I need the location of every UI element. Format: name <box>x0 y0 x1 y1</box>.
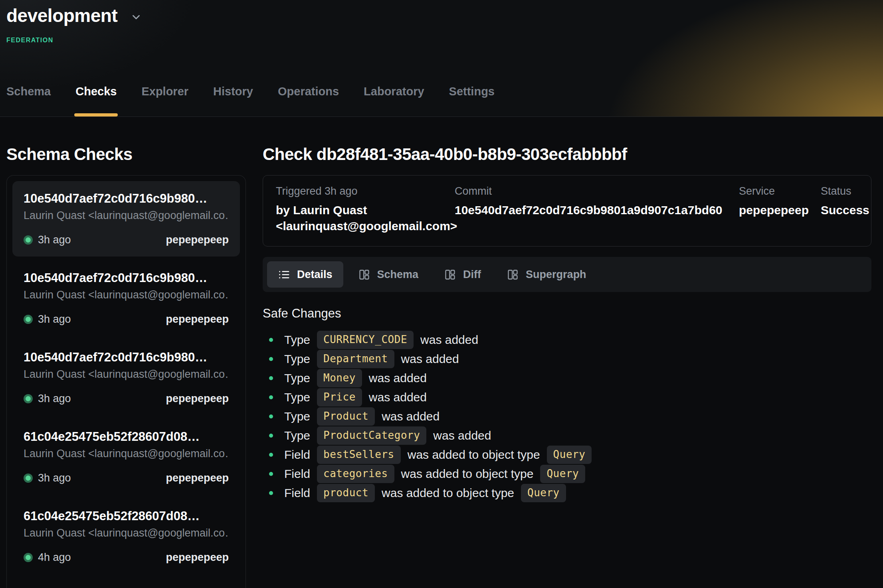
change-kind: Type <box>284 371 310 385</box>
check-time: 3h ago <box>38 313 71 326</box>
change-item: TypePricewas added <box>263 388 871 407</box>
change-kind: Type <box>284 333 310 347</box>
check-meta-row: 3h agopepepepeep <box>24 234 229 246</box>
check-meta-box: Triggered 3h ago by Laurin Quast <laurin… <box>263 175 871 247</box>
view-tabs: DetailsSchemaDiffSupergraph <box>263 257 871 292</box>
meta-status: Status Success <box>821 185 881 234</box>
check-time: 3h ago <box>38 393 71 405</box>
change-item: TypeProductCategorywas added <box>263 426 871 445</box>
change-description: was added to object type <box>408 448 540 462</box>
bullet-icon <box>269 357 273 361</box>
status-dot-icon <box>24 315 33 324</box>
check-hash: 61c04e25475eb52f28607d08… <box>24 509 229 523</box>
view-tab-label: Details <box>297 268 333 281</box>
view-tab-supergraph[interactable]: Supergraph <box>496 261 597 288</box>
check-hash: 61c04e25475eb52f28607d08… <box>24 430 229 444</box>
tab-schema[interactable]: Schema <box>6 85 51 116</box>
change-code: Price <box>317 388 362 406</box>
change-description: was added <box>401 352 459 366</box>
check-service: pepepepeep <box>166 234 229 246</box>
meta-status-label: Status <box>821 185 881 197</box>
change-item: Fieldcategorieswas added to object typeQ… <box>263 464 871 483</box>
change-code: categories <box>317 465 394 483</box>
meta-status-value: Success <box>821 202 881 218</box>
main-nav: SchemaChecksExplorerHistoryOperationsLab… <box>6 85 495 116</box>
check-time: 4h ago <box>38 551 71 564</box>
check-time: 3h ago <box>38 472 71 484</box>
project-header: development FEDERATION SchemaChecksExplo… <box>0 0 883 117</box>
bullet-icon <box>269 338 273 342</box>
check-meta-row: 3h agopepepepeep <box>24 393 229 405</box>
chevron-down-icon[interactable] <box>130 11 142 23</box>
check-list-item[interactable]: 10e540d7aef72c0d716c9b980…Laurin Quast <… <box>12 181 240 257</box>
columns-icon <box>358 268 370 281</box>
bullet-icon <box>269 491 273 495</box>
view-tab-label: Diff <box>463 268 481 281</box>
checks-sidebar: Schema Checks 10e540d7aef72c0d716c9b980…… <box>6 117 246 588</box>
bullet-icon <box>269 453 273 457</box>
tab-checks[interactable]: Checks <box>75 85 117 116</box>
meta-service: Service pepepepeep <box>739 185 821 234</box>
tab-history[interactable]: History <box>213 85 253 116</box>
check-time: 3h ago <box>38 234 71 246</box>
bullet-icon <box>269 434 273 438</box>
change-code: CURRENCY_CODE <box>317 331 414 349</box>
check-list: 10e540d7aef72c0d716c9b980…Laurin Quast <… <box>6 175 246 588</box>
change-kind: Field <box>284 486 310 500</box>
check-hash: 10e540d7aef72c0d716c9b980… <box>24 191 229 206</box>
status-dot-icon <box>24 394 33 403</box>
change-description: was added to object type <box>382 486 514 500</box>
meta-commit-label: Commit <box>455 185 739 197</box>
change-code: ProductCategory <box>317 426 426 445</box>
checks-panel-title: Schema Checks <box>6 145 246 164</box>
tab-operations[interactable]: Operations <box>278 85 339 116</box>
check-meta-row: 4h agopepepepeep <box>24 551 229 564</box>
check-service: pepepepeep <box>166 551 229 564</box>
change-description: was added <box>382 410 440 423</box>
bullet-icon <box>269 414 273 418</box>
change-description: was added <box>420 333 478 347</box>
view-tab-diff[interactable]: Diff <box>433 261 492 288</box>
meta-service-label: Service <box>739 185 821 197</box>
check-meta-row: 3h agopepepepeep <box>24 472 229 484</box>
change-code: Product <box>317 407 375 426</box>
check-list-item[interactable]: 61c04e25475eb52f28607d08…Laurin Quast <l… <box>12 419 240 495</box>
check-list-item[interactable]: 10e540d7aef72c0d716c9b980…Laurin Quast <… <box>12 340 240 415</box>
view-tab-schema[interactable]: Schema <box>347 261 430 288</box>
columns-icon <box>444 268 456 281</box>
check-author: Laurin Quast <laurinquast@googlemail.co… <box>24 289 229 301</box>
check-list-item[interactable]: 10e540d7aef72c0d716c9b980…Laurin Quast <… <box>12 260 240 336</box>
change-description: was added <box>433 429 491 442</box>
project-type-badge: FEDERATION <box>6 37 53 44</box>
meta-commit: Commit 10e540d7aef72c0d716c9b9801a9d907c… <box>455 185 739 234</box>
change-code-target: Query <box>547 446 592 464</box>
change-kind: Type <box>284 391 310 404</box>
check-service: pepepepeep <box>166 472 229 484</box>
change-code-target: Query <box>521 484 566 502</box>
change-item: TypeMoneywas added <box>263 369 871 388</box>
check-detail-panel: Check db28f481-35aa-40b0-b8b9-303ecfabbb… <box>263 117 871 588</box>
change-item: TypeCURRENCY_CODEwas added <box>263 330 871 349</box>
meta-triggered-label: Triggered 3h ago <box>276 185 455 197</box>
change-code: Money <box>317 369 362 387</box>
change-item: TypeProductwas added <box>263 407 871 426</box>
change-code: Department <box>317 350 394 368</box>
view-tab-details[interactable]: Details <box>267 261 343 288</box>
change-kind: Field <box>284 467 310 481</box>
check-service: pepepepeep <box>166 313 229 326</box>
change-description: was added to object type <box>401 467 534 481</box>
meta-triggered-value: by Laurin Quast <laurinquast@googlemail.… <box>276 202 455 234</box>
check-meta-row: 3h agopepepepeep <box>24 313 229 326</box>
change-code: bestSellers <box>317 446 401 464</box>
change-description: was added <box>369 391 427 404</box>
check-hash: 10e540d7aef72c0d716c9b980… <box>24 350 229 365</box>
check-list-item[interactable]: 61c04e25475eb52f28607d08…Laurin Quast <l… <box>12 499 240 574</box>
project-title: development <box>6 5 117 26</box>
check-service: pepepepeep <box>166 393 229 405</box>
change-code-target: Query <box>540 465 585 483</box>
tab-laboratory[interactable]: Laboratory <box>364 85 424 116</box>
view-tab-label: Schema <box>377 268 419 281</box>
tab-explorer[interactable]: Explorer <box>141 85 188 116</box>
tab-settings[interactable]: Settings <box>449 85 495 116</box>
status-dot-icon <box>24 474 33 483</box>
